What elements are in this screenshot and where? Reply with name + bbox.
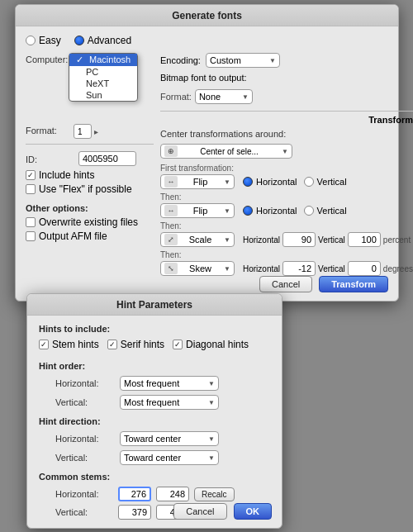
- diagonal-hints-checkbox-row[interactable]: Diagonal hints: [173, 339, 249, 350]
- stems-v-label: Vertical:: [55, 507, 113, 517]
- hint-parameters-window: Hint Parameters Hints to include: Stem h…: [26, 293, 282, 529]
- stems-h-input1[interactable]: [118, 487, 151, 501]
- then1-value: Flip: [193, 206, 208, 216]
- stem-hints-checkbox-row[interactable]: Stem hints: [39, 339, 99, 350]
- computer-label: Computer:: [26, 53, 74, 64]
- then3-value: Skew: [189, 264, 211, 273]
- transform-button[interactable]: Transform: [319, 276, 388, 292]
- computer-option-sun[interactable]: Sun: [69, 89, 137, 101]
- then1-arrow: ▼: [224, 207, 230, 215]
- then2-h-label: Horizontal: [243, 235, 280, 245]
- center-icon: ⊕: [164, 145, 178, 157]
- bitmap-format-label: Format:: [160, 92, 192, 102]
- computer-option-pc[interactable]: PC: [69, 66, 137, 78]
- hint-order-v-value: Most frequent: [124, 397, 179, 407]
- center-dropdown-arrow: ▼: [282, 148, 288, 155]
- then3-unit: degrees: [383, 264, 413, 273]
- bitmap-format-dropdown[interactable]: None ▼: [195, 89, 253, 104]
- include-hints-checkbox[interactable]: [26, 170, 36, 180]
- then3-v-input[interactable]: [348, 261, 381, 276]
- then1-label: Then:: [160, 192, 413, 202]
- easy-radio[interactable]: Easy: [26, 35, 61, 46]
- then3-h-label: Horizontal: [243, 264, 280, 273]
- hint-body: Hints to include: Stem hints Serif hints…: [27, 316, 282, 531]
- advanced-label: Advanced: [88, 35, 131, 46]
- easy-radio-circle: [26, 36, 36, 45]
- format-controls: ▸: [74, 124, 98, 139]
- then1-vertical-radio[interactable]: Vertical: [304, 206, 347, 216]
- hint-ok-button[interactable]: OK: [234, 503, 273, 520]
- hint-footer: Cancel OK: [173, 503, 272, 520]
- then2-label: Then:: [160, 221, 413, 230]
- next-option-label: NeXT: [86, 78, 109, 88]
- serif-hints-label: Serif hints: [121, 339, 164, 350]
- then1-horizontal-radio[interactable]: Horizontal: [243, 206, 297, 216]
- encoding-dropdown[interactable]: Custom ▼: [206, 53, 280, 68]
- then2-dropdown[interactable]: ⤢ Scale ▼: [160, 232, 235, 247]
- overwrite-label: Overwrite existing files: [39, 216, 138, 228]
- computer-option-macintosh[interactable]: ✓ Macintosh: [69, 54, 137, 66]
- first-horizontal-radio[interactable]: Horizontal: [243, 177, 297, 187]
- hint-order-h-label: Horizontal:: [55, 378, 113, 388]
- then1-h-v-group: Horizontal Vertical: [243, 206, 347, 216]
- stem-hints-checkbox[interactable]: [39, 340, 49, 349]
- stems-h-input2[interactable]: [156, 487, 189, 501]
- use-flex-checkbox-row[interactable]: Use "Flex" if possible: [26, 183, 154, 195]
- easy-label: Easy: [39, 35, 61, 46]
- overwrite-checkbox[interactable]: [26, 217, 36, 227]
- center-dropdown[interactable]: ⊕ Center of sele... ▼: [160, 144, 292, 159]
- hint-order-v-dropdown[interactable]: Most frequent ▼: [120, 395, 219, 410]
- use-flex-checkbox[interactable]: [26, 184, 36, 194]
- divider2: [160, 111, 413, 112]
- hint-order-h-dropdown[interactable]: Most frequent ▼: [120, 376, 219, 391]
- stems-v-input1[interactable]: [118, 505, 151, 520]
- then3-h-input[interactable]: [282, 261, 316, 276]
- first-h-label: Horizontal: [256, 177, 297, 187]
- stem-hints-label: Stem hints: [52, 339, 99, 350]
- then3-inputs: Horizontal Vertical degrees: [243, 261, 413, 276]
- id-input[interactable]: [78, 151, 136, 166]
- center-label: Center transformations around:: [160, 129, 286, 139]
- computer-dropdown-open[interactable]: ✓ Macintosh PC NeXT Sun: [69, 53, 138, 102]
- output-afm-checkbox-row[interactable]: Output AFM file: [26, 230, 154, 242]
- left-panel: Computer: ✓ Macintosh PC NeXT: [26, 53, 154, 279]
- bitmap-format-arrow: ▼: [242, 93, 249, 101]
- generate-fonts-window: Generate fonts Easy Advanced Computer:: [15, 4, 399, 302]
- computer-option-next[interactable]: NeXT: [69, 78, 137, 89]
- first-trans-arrow: ▼: [224, 178, 230, 186]
- then3-row: ⤡ Skew ▼ Horizontal Vertical degrees: [160, 261, 413, 276]
- then3-dropdown[interactable]: ⤡ Skew ▼: [160, 261, 235, 276]
- hint-dir-h-dropdown[interactable]: Toward center ▼: [120, 431, 219, 446]
- then2-v-input[interactable]: [348, 232, 381, 247]
- hint-dir-v-dropdown[interactable]: Toward center ▼: [120, 450, 219, 465]
- include-hints-checkbox-row[interactable]: Include hints: [26, 169, 154, 181]
- diagonal-hints-checkbox[interactable]: [173, 340, 183, 349]
- recalc-button[interactable]: Recalc: [194, 487, 235, 501]
- encoding-value: Custom: [210, 55, 241, 65]
- then2-arrow: ▼: [224, 236, 230, 244]
- then2-row: ⤢ Scale ▼ Horizontal Vertical percent: [160, 232, 413, 247]
- hint-dir-h-arrow: ▼: [208, 435, 215, 443]
- format-input[interactable]: [74, 124, 92, 139]
- output-afm-label: Output AFM file: [39, 230, 107, 242]
- hint-dir-h-label: Horizontal:: [55, 434, 113, 444]
- hint-order-section: Hint order: Horizontal: Most frequent ▼ …: [39, 361, 270, 410]
- then2-value: Scale: [189, 235, 212, 245]
- first-trans-dropdown[interactable]: ↔ Flip ▼: [160, 174, 235, 189]
- diagonal-hints-label: Diagonal hints: [186, 339, 249, 350]
- first-vertical-radio[interactable]: Vertical: [304, 177, 347, 187]
- common-stems-title: Common stems:: [39, 472, 270, 482]
- advanced-radio[interactable]: Advanced: [74, 35, 131, 46]
- serif-hints-checkbox-row[interactable]: Serif hints: [107, 339, 164, 350]
- hints-include-row: Stem hints Serif hints Diagonal hints: [39, 339, 270, 353]
- overwrite-checkbox-row[interactable]: Overwrite existing files: [26, 216, 154, 228]
- hint-cancel-button[interactable]: Cancel: [173, 503, 226, 520]
- id-label: ID:: [26, 153, 74, 164]
- then1-v-label: Vertical: [317, 206, 347, 216]
- cancel-button[interactable]: Cancel: [259, 276, 312, 292]
- output-afm-checkbox[interactable]: [26, 231, 36, 241]
- then1-h-label: Horizontal: [256, 206, 297, 216]
- then2-h-input[interactable]: [282, 232, 316, 247]
- serif-hints-checkbox[interactable]: [107, 340, 117, 349]
- then1-dropdown[interactable]: ↔ Flip ▼: [160, 203, 235, 218]
